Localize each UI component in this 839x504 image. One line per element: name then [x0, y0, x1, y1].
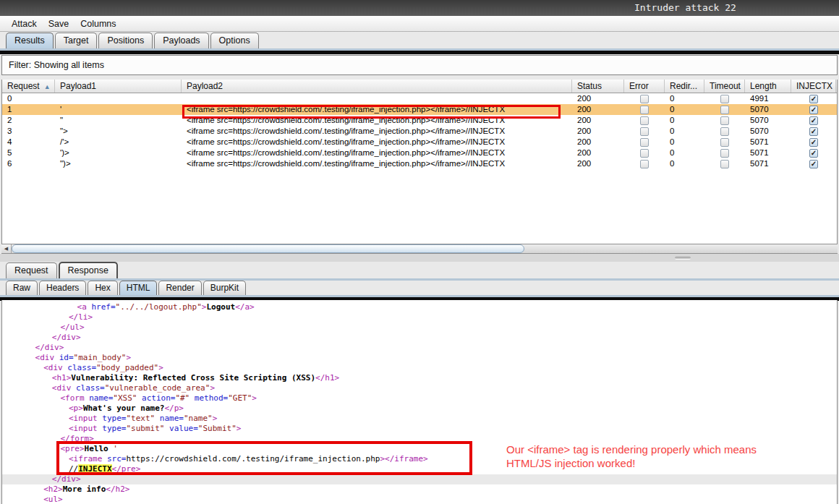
injectx-checkbox[interactable] — [809, 138, 818, 147]
timeout-checkbox[interactable] — [720, 116, 729, 125]
code-segment: <p> — [69, 403, 83, 413]
timeout-checkbox[interactable] — [720, 138, 729, 147]
code-segment: "text" — [126, 414, 155, 423]
annotation-line-1: Our <iframe> tag is rendering properly w… — [506, 443, 757, 456]
code-segment: id= — [59, 353, 74, 362]
table-header-cell[interactable]: Timeout▲ — [704, 80, 745, 93]
view-tab[interactable]: Raw — [6, 281, 38, 295]
timeout-checkbox[interactable] — [720, 149, 729, 158]
timeout-checkbox[interactable] — [720, 106, 729, 114]
cell-timeout — [704, 138, 745, 147]
table-header-cell[interactable]: Payload1▲ — [55, 80, 182, 93]
cell-redirects: 0 — [665, 158, 704, 169]
injectx-checkbox[interactable] — [809, 116, 818, 125]
horizontal-scrollbar[interactable]: ◀ — [1, 244, 838, 254]
code-segment: "submit" — [126, 424, 164, 433]
injectx-checkbox[interactable] — [809, 127, 818, 136]
menu-item[interactable]: Attack — [7, 17, 41, 30]
timeout-checkbox[interactable] — [720, 127, 729, 136]
error-checkbox[interactable] — [640, 138, 649, 147]
code-segment: </li> — [69, 312, 93, 322]
cell-timeout — [704, 95, 745, 103]
table-header-cell[interactable]: Redir...▲ — [665, 80, 704, 93]
cell-timeout — [704, 149, 745, 158]
table-row[interactable]: 5 ')> <iframe src=https://crowdshield.co… — [2, 148, 837, 158]
table-header-cell[interactable]: Payload2▲ — [182, 80, 572, 93]
error-checkbox[interactable] — [640, 149, 649, 158]
window-title: Intruder attack 22 — [634, 0, 736, 16]
view-tab[interactable]: Hex — [88, 281, 117, 295]
error-checkbox[interactable] — [640, 116, 649, 125]
message-tab[interactable]: Request — [6, 262, 57, 278]
cell-length: 4991 — [745, 93, 791, 104]
table-row[interactable]: 4 /'> <iframe src=https://crowdshield.co… — [2, 137, 837, 148]
cell-payload2: <iframe src=https://crowdshield.com/.tes… — [182, 148, 572, 158]
cell-payload1: "> — [55, 126, 182, 137]
main-tab[interactable]: Positions — [98, 33, 153, 48]
cell-timeout — [704, 106, 745, 114]
menu-item[interactable]: Columns — [76, 17, 120, 30]
table-header-cell[interactable]: Request▲ — [2, 80, 55, 93]
menu-item[interactable]: Save — [44, 17, 74, 30]
view-tab[interactable]: HTML — [119, 281, 158, 295]
injectx-checkbox[interactable] — [809, 160, 818, 168]
table-row[interactable]: 0 200 0 4991 — [2, 93, 837, 104]
timeout-checkbox[interactable] — [720, 160, 729, 168]
table-row[interactable]: 3 "> <iframe src=https://crowdshield.com… — [2, 126, 837, 137]
cell-request: 6 — [2, 158, 55, 169]
cell-redirects: 0 — [665, 137, 704, 148]
message-tab[interactable]: Response — [59, 262, 118, 278]
cell-timeout — [704, 116, 745, 125]
code-segment: "Submit" — [198, 424, 237, 433]
code-segment: <div — [52, 383, 76, 393]
view-tab[interactable]: Render — [158, 281, 201, 295]
code-segment: type= — [102, 424, 126, 433]
table-header-cell[interactable]: Length▲ — [745, 80, 791, 93]
table-row[interactable]: 6 ")> <iframe src=https://crowdshield.co… — [2, 158, 837, 169]
error-checkbox[interactable] — [640, 106, 649, 114]
error-checkbox[interactable] — [640, 160, 649, 168]
cell-length: 5070 — [745, 115, 791, 126]
cell-error — [624, 138, 665, 147]
main-tab[interactable]: Target — [55, 33, 98, 48]
code-segment: method= — [189, 393, 228, 403]
table-header-cell[interactable]: INJECTX▲ — [791, 80, 836, 93]
code-segment: </div> — [35, 343, 64, 352]
annotation-text: Our <iframe> tag is rendering properly w… — [506, 443, 757, 470]
main-tab[interactable]: Options — [210, 33, 259, 48]
sort-ascending-icon: ▲ — [44, 83, 51, 90]
cell-redirects: 0 — [665, 115, 704, 126]
injectx-checkbox[interactable] — [809, 106, 818, 114]
main-tab[interactable]: Payloads — [154, 33, 208, 48]
code-segment: More info — [63, 484, 106, 494]
pane-divider — [0, 51, 839, 54]
filter-bar[interactable]: Filter: Showing all items — [1, 55, 838, 75]
code-segment: "XSS" — [113, 393, 137, 403]
main-tab[interactable]: Results — [6, 33, 54, 48]
code-segment: > — [126, 353, 131, 362]
error-checkbox[interactable] — [640, 95, 649, 103]
cell-length: 5070 — [745, 104, 791, 115]
error-checkbox[interactable] — [640, 127, 649, 136]
table-header-cell[interactable]: Status▲ — [572, 80, 624, 93]
window-titlebar: Intruder attack 22 — [0, 0, 839, 16]
table-header-cell[interactable]: Error▲ — [624, 80, 665, 93]
cell-redirects: 0 — [665, 126, 704, 137]
splitter-grip-icon[interactable] — [675, 257, 691, 260]
code-segment: Logout — [206, 302, 235, 312]
injectx-checkbox[interactable] — [809, 149, 818, 158]
injectx-checkbox[interactable] — [809, 95, 818, 103]
timeout-checkbox[interactable] — [720, 95, 729, 103]
cell-injectx — [791, 149, 836, 158]
cell-payload2: <iframe src=https://crowdshield.com/.tes… — [182, 137, 572, 148]
view-tab[interactable]: Headers — [39, 281, 86, 295]
cell-injectx — [791, 116, 836, 125]
split-pane-divider[interactable] — [0, 254, 839, 262]
cell-redirects: 0 — [665, 93, 704, 104]
cell-error — [624, 149, 665, 158]
view-tab[interactable]: BurpKit — [203, 281, 246, 295]
scrollbar-thumb[interactable] — [12, 244, 524, 253]
scroll-left-button[interactable]: ◀ — [1, 244, 12, 253]
cell-error — [624, 95, 665, 103]
cell-request: 0 — [2, 93, 55, 104]
